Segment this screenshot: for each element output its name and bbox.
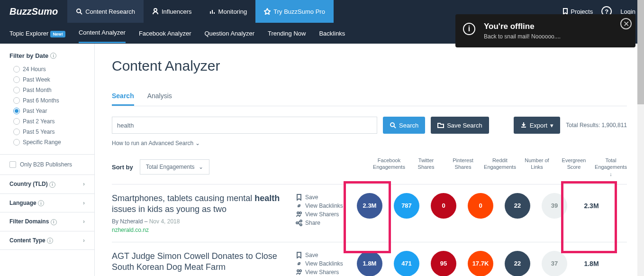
date-radio-2[interactable]: Past Month [0, 85, 94, 95]
save-search-button[interactable]: Save Search [431, 117, 489, 134]
advanced-search-link[interactable]: How to run an Advanced Search⌄ [112, 140, 200, 147]
svg-line-13 [298, 221, 300, 222]
chevron-right-icon: › [83, 218, 85, 225]
filter-language[interactable]: Language i› [0, 194, 94, 213]
view-tabs: Search Analysis [112, 87, 627, 106]
metric-bubble[interactable]: 787 [394, 193, 419, 219]
svg-point-9 [299, 212, 301, 214]
info-icon: i [463, 23, 475, 35]
metric-bubble[interactable]: 0 [468, 193, 493, 219]
metric-bubble[interactable]: 0 [431, 193, 456, 219]
chevron-right-icon: › [83, 200, 85, 206]
info-icon: i [51, 219, 57, 225]
chevron-right-icon: › [83, 181, 85, 187]
svg-point-0 [77, 9, 81, 13]
radio-icon [13, 139, 20, 146]
info-icon: i [49, 182, 55, 188]
logo[interactable]: BuzzSumo [0, 0, 67, 23]
action-backlinks[interactable]: View Backlinks [296, 259, 354, 268]
subnav-question-analyzer[interactable]: Question Analyzer [204, 24, 254, 43]
radio-icon [13, 66, 20, 73]
nav-influencers[interactable]: Influencers [144, 0, 200, 23]
toast-title: You're offline [484, 22, 615, 31]
sort-select[interactable]: Total Engagements⌄ [140, 159, 209, 175]
metric-bubble[interactable]: 22 [505, 193, 530, 219]
result-byline: By Nzherald – Nov 4, 2018 [112, 218, 292, 225]
filter-content-type[interactable]: Content Type i› [0, 231, 94, 250]
tab-search[interactable]: Search [112, 87, 134, 106]
column-head[interactable]: Pinterest Shares [447, 157, 479, 177]
column-head[interactable]: Number of Links [521, 157, 553, 177]
info-icon: i [38, 200, 44, 206]
svg-point-15 [297, 270, 299, 272]
result-domain[interactable]: nzherald.co.nz [112, 227, 292, 233]
nav-monitoring[interactable]: Monitoring [200, 0, 256, 23]
action-save[interactable]: Save [296, 251, 354, 259]
scrollbar[interactable] [637, 0, 644, 276]
chevron-right-icon: › [83, 237, 85, 244]
action-save[interactable]: Save [296, 193, 354, 202]
svg-point-16 [299, 270, 301, 272]
only-b2b-checkbox[interactable]: Only B2B Publishers [0, 154, 94, 175]
action-sharers[interactable]: View Sharers [296, 210, 354, 219]
metric-bubble[interactable]: 22 [505, 251, 530, 276]
nav-content-research[interactable]: Content Research [67, 0, 144, 23]
info-icon[interactable]: i [50, 53, 56, 59]
info-icon: i [47, 238, 53, 244]
svg-point-6 [390, 123, 394, 127]
svg-point-10 [300, 220, 302, 222]
bookmark-icon [562, 8, 569, 15]
metric-bubble[interactable]: 37 [542, 251, 567, 276]
column-head[interactable]: Evergreen Score [558, 157, 590, 177]
result-title[interactable]: AGT Judge Simon Cowell Donates to Close … [112, 251, 292, 273]
new-badge: New! [50, 31, 65, 37]
star-icon [264, 8, 271, 15]
date-radio-3[interactable]: Past 6 Months [0, 95, 94, 106]
result-title[interactable]: Smartphones, tablets causing mental heal… [112, 193, 292, 215]
action-share[interactable]: Share [296, 219, 354, 227]
svg-point-11 [296, 222, 298, 224]
metric-bubble[interactable]: 39 [542, 193, 567, 219]
radio-icon [13, 97, 20, 104]
result-row: Smartphones, tablets causing mental heal… [112, 184, 627, 242]
action-sharers[interactable]: View Sharers [296, 268, 354, 276]
subnav-trending-now[interactable]: Trending Now [268, 24, 306, 43]
close-icon[interactable]: ✕ [620, 18, 632, 29]
metric-bubble[interactable]: 95 [431, 251, 456, 276]
metric-bubble[interactable]: 471 [394, 251, 419, 276]
export-button[interactable]: Export▾ [514, 117, 561, 134]
search-input[interactable] [112, 117, 377, 134]
subnav-content-analyzer[interactable]: Content Analyzer [79, 23, 126, 43]
sidebar: Filter by Datei 24 HoursPast WeekPast Mo… [0, 44, 95, 276]
filter-domains[interactable]: Filter Domains i› [0, 212, 94, 231]
date-radio-1[interactable]: Past Week [0, 74, 94, 85]
radio-icon [13, 118, 20, 125]
radio-icon [13, 87, 20, 93]
download-icon [520, 122, 527, 129]
column-head[interactable]: Twitter Shares [410, 157, 442, 177]
nav-try-pro[interactable]: Try BuzzSumo Pro [255, 0, 334, 23]
date-radio-0[interactable]: 24 Hours [0, 64, 94, 74]
radio-icon [13, 129, 20, 135]
column-head[interactable]: Reddit Engagements [484, 157, 516, 177]
metric-bubble[interactable]: 17.7K [468, 251, 493, 276]
tab-analysis[interactable]: Analysis [147, 87, 172, 106]
date-radio-7[interactable]: Specific Range [0, 137, 94, 147]
subnav-facebook-analyzer[interactable]: Facebook Analyzer [139, 24, 191, 43]
filter-by-date-header: Filter by Datei [0, 52, 94, 64]
filter-country[interactable]: Country (TLD) i› [0, 175, 94, 194]
total-engagements: 2.3M [575, 202, 608, 210]
date-radio-5[interactable]: Past 2 Years [0, 116, 94, 127]
link-icon [296, 260, 302, 267]
column-head[interactable]: Facebook Engagements [373, 157, 405, 177]
column-head[interactable]: Total Engagements ↓ [595, 157, 627, 177]
bars-icon [209, 8, 216, 15]
date-radio-4[interactable]: Past Year [0, 106, 94, 116]
search-button[interactable]: Search [383, 117, 425, 134]
date-radio-6[interactable]: Past 5 Years [0, 127, 94, 137]
metric-bubble[interactable]: 1.8M [357, 251, 382, 276]
subnav-topic-explorer[interactable]: Topic ExplorerNew! [9, 24, 65, 43]
metric-bubble[interactable]: 2.3M [357, 193, 382, 219]
subnav-backlinks[interactable]: Backlinks [319, 24, 345, 43]
action-backlinks[interactable]: View Backlinks [296, 202, 354, 210]
